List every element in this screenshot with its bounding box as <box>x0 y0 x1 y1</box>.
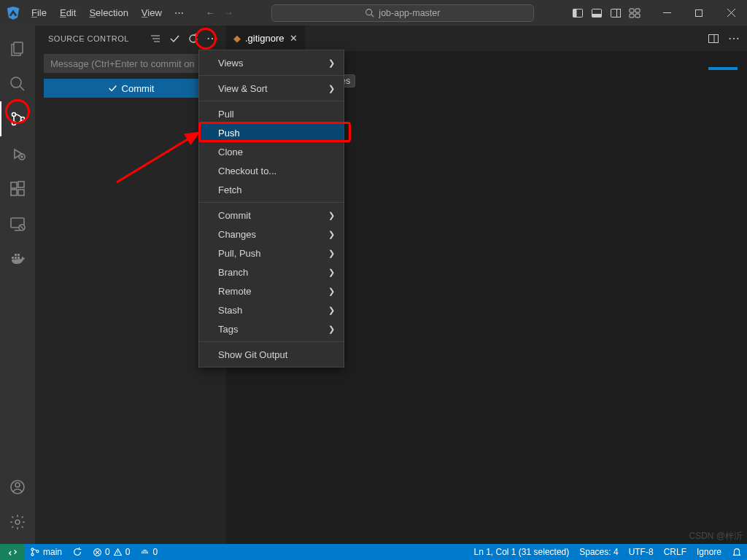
ports-indicator[interactable]: 0 <box>135 547 163 557</box>
minimap-highlight <box>708 67 738 70</box>
svg-point-17 <box>11 77 21 88</box>
problems-indicator[interactable]: 0 0 <box>88 547 135 557</box>
refresh-icon[interactable] <box>187 33 199 44</box>
menu-item-fetch[interactable]: Fetch <box>199 180 344 199</box>
close-button[interactable] <box>715 0 747 26</box>
menu-item-label: Push <box>218 128 240 139</box>
menu-item-label: Checkout to... <box>218 166 276 176</box>
activity-scm-icon[interactable] <box>0 101 35 136</box>
sidebar-title: SOURCE CONTROL <box>48 34 150 43</box>
menu-item-view-sort[interactable]: View & Sort❯ <box>199 79 344 98</box>
menu-item-pull[interactable]: Pull <box>199 104 344 123</box>
watermark: CSDN @梓沂 <box>689 530 743 542</box>
chevron-right-icon: ❯ <box>328 249 335 258</box>
menu-item-views[interactable]: Views❯ <box>199 53 344 72</box>
activity-extensions-icon[interactable] <box>0 171 35 206</box>
warning-count: 0 <box>125 547 131 557</box>
scm-context-menu: Views❯View & Sort❯PullPushCloneCheckout … <box>198 50 344 368</box>
layout-panel-icon[interactable] <box>591 7 603 19</box>
tab-label: .gitignore <box>245 33 284 44</box>
vertical-scrollbar[interactable] <box>738 67 747 544</box>
svg-rect-11 <box>635 14 640 18</box>
commit-check-icon[interactable] <box>169 33 180 44</box>
app-logo-icon <box>0 7 26 20</box>
menubar: File Edit Selection View <box>26 4 168 21</box>
commit-message-field[interactable] <box>44 54 217 73</box>
menu-item-remote[interactable]: Remote❯ <box>199 281 344 300</box>
menu-item-tags[interactable]: Tags❯ <box>199 319 344 338</box>
svg-rect-39 <box>709 34 719 42</box>
activity-settings-icon[interactable] <box>0 505 35 540</box>
notifications-icon[interactable] <box>727 547 747 557</box>
menu-item-label: Changes <box>218 229 256 240</box>
sync-button[interactable] <box>67 547 88 557</box>
menu-item-checkout-to-[interactable]: Checkout to... <box>199 161 344 180</box>
sidebar-header: SOURCE CONTROL ⋯ <box>35 26 226 51</box>
language-mode[interactable]: Ignore <box>692 547 727 557</box>
split-editor-icon[interactable] <box>708 33 719 44</box>
encoding[interactable]: UTF-8 <box>624 547 659 557</box>
menu-item-pull-push[interactable]: Pull, Push❯ <box>199 244 344 262</box>
menu-view[interactable]: View <box>136 4 168 21</box>
remote-indicator[interactable] <box>0 544 25 560</box>
layout-sidebar-left-icon[interactable] <box>572 7 584 19</box>
menu-separator <box>199 341 344 342</box>
branch-indicator[interactable]: main <box>25 547 67 557</box>
svg-rect-26 <box>11 190 17 195</box>
menu-item-label: Views <box>218 58 243 69</box>
menu-separator <box>199 75 344 76</box>
view-tree-icon[interactable] <box>150 33 161 44</box>
menu-item-branch[interactable]: Branch❯ <box>199 262 344 281</box>
menu-item-label: Clone <box>218 147 243 158</box>
activity-search-icon[interactable] <box>0 66 35 101</box>
menu-item-push[interactable]: Push <box>199 123 344 142</box>
menu-item-label: Pull <box>218 109 234 120</box>
tab-gitignore[interactable]: ◆ .gitignore ✕ <box>226 26 306 51</box>
svg-point-41 <box>31 548 34 551</box>
minimize-button[interactable] <box>651 0 683 26</box>
search-icon <box>365 8 374 18</box>
eol[interactable]: CRLF <box>659 547 692 557</box>
layout-customize-icon[interactable] <box>629 7 640 19</box>
commit-input[interactable] <box>44 54 217 73</box>
activity-debug-icon[interactable] <box>0 136 35 171</box>
tab-close-icon[interactable]: ✕ <box>290 33 298 44</box>
menu-item-label: Stash <box>218 305 242 316</box>
chevron-right-icon: ❯ <box>328 211 335 220</box>
tab-more-icon[interactable]: ⋯ <box>728 31 740 45</box>
menu-overflow-icon[interactable]: ⋯ <box>168 7 191 18</box>
menu-item-clone[interactable]: Clone <box>199 142 344 161</box>
layout-sidebar-right-icon[interactable] <box>610 7 622 19</box>
menu-item-stash[interactable]: Stash❯ <box>199 300 344 319</box>
activity-remote-icon[interactable] <box>0 206 35 241</box>
svg-point-34 <box>15 483 20 487</box>
file-icon: ◆ <box>233 33 241 44</box>
menu-file[interactable]: File <box>26 4 53 21</box>
cursor-position[interactable]: Ln 1, Col 1 (31 selected) <box>469 547 575 557</box>
more-actions-icon[interactable]: ⋯ <box>206 31 219 45</box>
svg-point-19 <box>12 113 16 117</box>
svg-point-21 <box>21 117 25 121</box>
svg-rect-27 <box>18 190 24 195</box>
activity-docker-icon[interactable] <box>0 241 35 276</box>
activity-account-icon[interactable] <box>0 470 35 505</box>
menu-item-commit[interactable]: Commit❯ <box>199 206 344 225</box>
chevron-right-icon: ❯ <box>328 324 335 334</box>
menu-edit[interactable]: Edit <box>54 4 82 21</box>
chevron-right-icon: ❯ <box>328 287 335 296</box>
activity-explorer-icon[interactable] <box>0 31 35 66</box>
svg-rect-10 <box>630 14 634 18</box>
svg-rect-16 <box>14 42 23 53</box>
commit-button[interactable]: Commit <box>44 79 217 98</box>
menu-item-show-git-output[interactable]: Show Git Output <box>199 345 344 364</box>
chevron-right-icon: ❯ <box>328 230 335 239</box>
maximize-button[interactable] <box>683 0 715 26</box>
indentation[interactable]: Spaces: 4 <box>574 547 623 557</box>
nav-back-icon[interactable]: ← <box>206 7 215 18</box>
menu-item-changes[interactable]: Changes❯ <box>199 225 344 244</box>
menu-selection[interactable]: Selection <box>83 4 133 21</box>
activity-bar <box>0 26 35 544</box>
svg-rect-3 <box>573 9 577 17</box>
command-center[interactable]: job-app-master <box>233 4 572 22</box>
nav-forward-icon[interactable]: → <box>224 7 233 18</box>
